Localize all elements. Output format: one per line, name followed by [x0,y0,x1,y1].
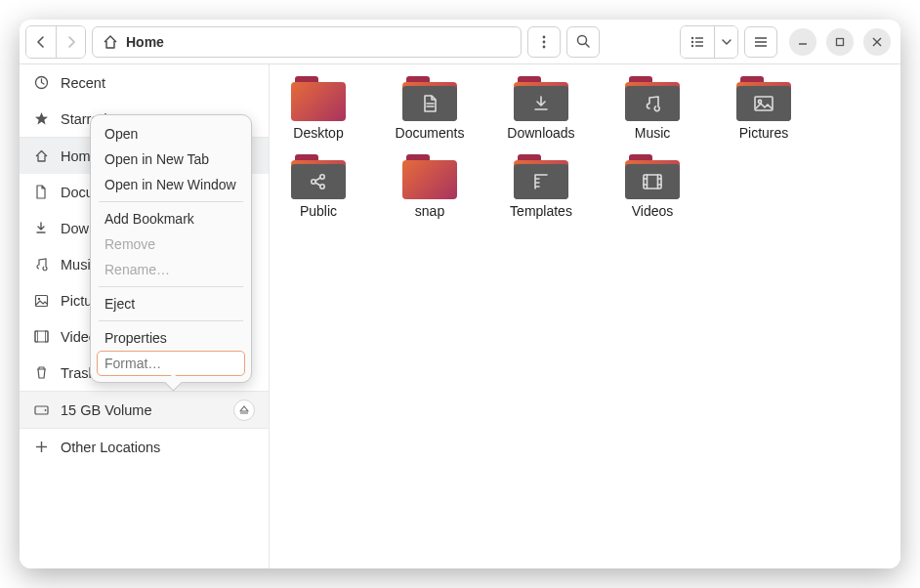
plus-icon [33,441,49,453]
sidebar-item-other-locations[interactable]: Other Locations [20,429,269,465]
list-icon [690,36,704,48]
folder-name: Videos [632,203,674,219]
folder-name: Public [300,203,337,219]
search-icon [576,34,591,49]
folder-icon [291,154,346,199]
folder-item[interactable]: Downloads [502,76,580,141]
back-button[interactable] [26,26,56,58]
sidebar-item-label: 15 GB Volume [61,402,152,418]
svg-rect-28 [755,97,773,110]
svg-point-5 [691,36,693,38]
svg-point-20 [37,297,39,299]
window-controls [789,28,891,56]
content-area[interactable]: DesktopDocumentsDownloadsMusicPicturesPu… [270,64,900,568]
chevron-down-icon [722,38,732,46]
context-menu: OpenOpen in New TabOpen in New WindowAdd… [90,114,252,383]
folder-name: Downloads [507,125,574,141]
folder-item[interactable]: Documents [391,76,469,141]
folder-name: Desktop [293,125,343,141]
context-menu-item[interactable]: Open [97,121,245,147]
sidebar-item-label: Recent [61,75,105,91]
folder-item[interactable]: Templates [502,154,580,219]
hamburger-icon [754,36,768,48]
minimize-button[interactable] [789,28,816,56]
context-menu-item[interactable]: Open in New Tab [97,147,245,172]
eject-button[interactable] [233,399,255,421]
folder-item[interactable]: Music [613,76,691,141]
folder-name: Music [635,125,671,141]
context-menu-item[interactable]: Format… [97,351,245,376]
kebab-icon [542,35,546,49]
context-menu-item[interactable]: Eject [97,291,245,316]
home-icon [33,148,49,163]
nav-buttons [25,25,86,59]
folder-icon [625,154,680,199]
folder-icon [291,76,346,121]
svg-rect-23 [45,331,48,342]
svg-line-33 [315,178,320,181]
trash-icon [33,365,49,380]
chevron-right-icon [66,36,76,48]
search-button[interactable] [566,26,600,58]
context-menu-item: Rename… [97,257,245,282]
context-menu-item[interactable]: Add Bookmark [97,206,245,231]
minimize-icon [798,37,808,47]
folder-icon [736,76,791,121]
folder-name: Templates [510,203,572,219]
chevron-left-icon [36,36,46,48]
folder-item[interactable]: Videos [613,154,691,219]
svg-rect-22 [35,331,38,342]
sidebar-item-recent[interactable]: Recent [20,64,269,101]
folder-name: snap [415,203,444,219]
svg-point-1 [543,40,546,43]
folder-icon [402,154,457,199]
svg-rect-15 [837,38,844,45]
close-button[interactable] [863,28,891,56]
sidebar-item-volume[interactable]: 15 GB Volume [20,392,269,428]
svg-point-7 [691,40,693,42]
svg-line-34 [315,183,320,186]
forward-button[interactable] [56,26,85,58]
file-manager-window: Home [20,20,900,568]
svg-rect-21 [35,331,48,342]
svg-point-2 [543,45,546,48]
folder-grid: DesktopDocumentsDownloadsMusicPicturesPu… [279,76,891,232]
svg-point-0 [543,35,546,38]
folder-name: Documents [396,125,465,141]
picture-icon [33,294,49,308]
drive-icon [33,403,49,416]
svg-point-9 [691,44,693,46]
hamburger-menu-button[interactable] [744,26,777,58]
folder-item[interactable]: Desktop [279,76,357,141]
clock-icon [33,75,49,90]
close-icon [872,37,882,47]
download-icon [33,221,49,235]
context-menu-item[interactable]: Properties [97,325,245,351]
music-icon [33,257,49,272]
view-dropdown-button[interactable] [714,26,737,58]
folder-item[interactable]: Public [279,154,357,219]
more-options-button[interactable] [527,26,561,58]
svg-point-29 [758,100,761,103]
svg-line-4 [585,44,589,48]
svg-point-25 [44,409,46,411]
folder-icon [514,76,568,121]
maximize-button[interactable] [826,28,854,56]
folder-icon [402,76,457,121]
context-menu-item[interactable]: Open in New Window [97,172,245,197]
svg-rect-19 [35,295,47,306]
document-icon [33,185,49,199]
folder-item[interactable]: Pictures [725,76,803,141]
path-bar[interactable]: Home [92,26,522,58]
headerbar: Home [20,20,900,64]
folder-item[interactable]: snap [391,154,469,219]
path-label: Home [126,34,164,50]
folder-name: Pictures [739,125,789,141]
folder-icon [625,76,680,121]
folder-icon [514,154,568,199]
video-icon [33,330,49,343]
star-icon [33,111,49,126]
context-menu-item: Remove [97,231,245,257]
list-view-button[interactable] [681,26,714,58]
view-switcher [680,25,738,59]
